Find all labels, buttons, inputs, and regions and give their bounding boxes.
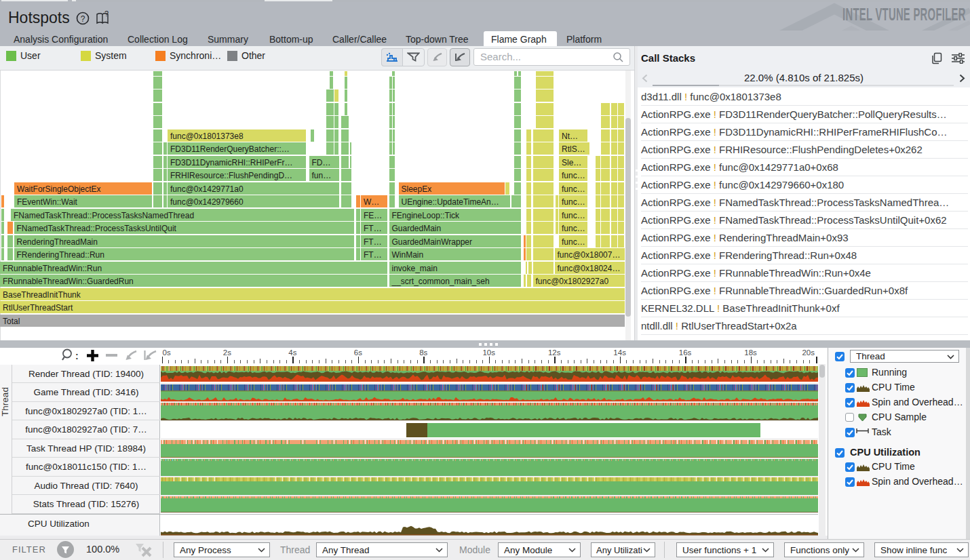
svg-text:?: ? [81,14,85,24]
svg-text:?: ? [104,10,109,18]
